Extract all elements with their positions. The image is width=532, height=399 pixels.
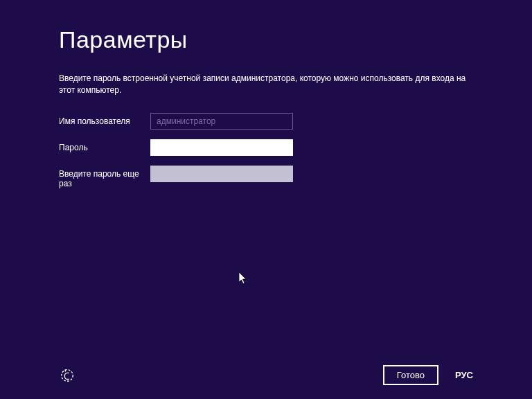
language-indicator[interactable]: РУС (455, 370, 473, 380)
username-label: Имя пользователя (59, 113, 150, 126)
username-input[interactable] (150, 113, 293, 130)
ease-of-access-icon[interactable] (59, 367, 76, 384)
password-input[interactable] (150, 139, 293, 156)
password-label: Пароль (59, 139, 150, 152)
cursor-icon (239, 272, 249, 287)
reenter-password-input[interactable] (150, 166, 293, 182)
reenter-password-label: Введите пароль еще раз (59, 166, 150, 188)
instruction-text: Введите пароль встроенной учетной записи… (59, 73, 473, 96)
page-title: Параметры (59, 26, 473, 53)
done-button[interactable]: Готово (383, 365, 438, 385)
